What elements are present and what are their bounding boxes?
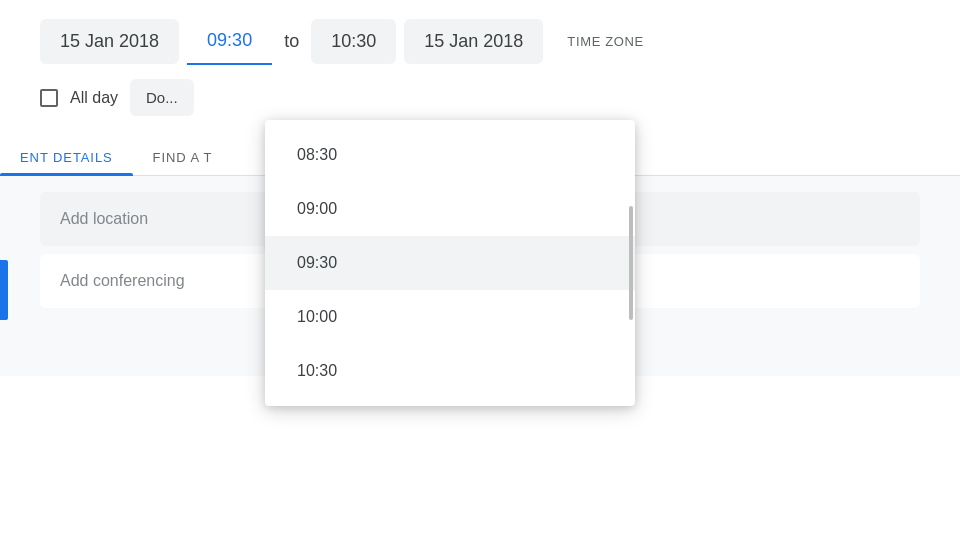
time-option-1030[interactable]: 10:30 bbox=[265, 344, 635, 398]
allday-row: All day Do... bbox=[0, 65, 960, 116]
repeat-selector[interactable]: Do... bbox=[130, 79, 194, 116]
end-time-picker[interactable]: 10:30 bbox=[311, 19, 396, 64]
start-time-picker[interactable]: 09:30 bbox=[187, 18, 272, 65]
time-option-0830[interactable]: 08:30 bbox=[265, 128, 635, 182]
to-separator: to bbox=[280, 31, 303, 52]
allday-label: All day bbox=[70, 89, 118, 107]
start-date-picker[interactable]: 15 Jan 2018 bbox=[40, 19, 179, 64]
allday-checkbox[interactable] bbox=[40, 89, 58, 107]
dropdown-scrollbar-thumb bbox=[629, 206, 633, 320]
sidebar-accent bbox=[0, 260, 8, 320]
timezone-button[interactable]: TIME ZONE bbox=[567, 34, 644, 49]
time-option-0930[interactable]: 09:30 bbox=[265, 236, 635, 290]
datetime-bar: 15 Jan 2018 09:30 to 10:30 15 Jan 2018 T… bbox=[0, 0, 960, 65]
dropdown-scrollbar[interactable] bbox=[627, 120, 635, 406]
end-date-picker[interactable]: 15 Jan 2018 bbox=[404, 19, 543, 64]
tab-event-details[interactable]: ENT DETAILS bbox=[0, 140, 133, 175]
time-dropdown: 08:30 09:00 09:30 10:00 10:30 bbox=[265, 120, 635, 406]
time-option-0900[interactable]: 09:00 bbox=[265, 182, 635, 236]
time-option-1000[interactable]: 10:00 bbox=[265, 290, 635, 344]
tab-find-time[interactable]: FIND A T bbox=[133, 140, 233, 175]
